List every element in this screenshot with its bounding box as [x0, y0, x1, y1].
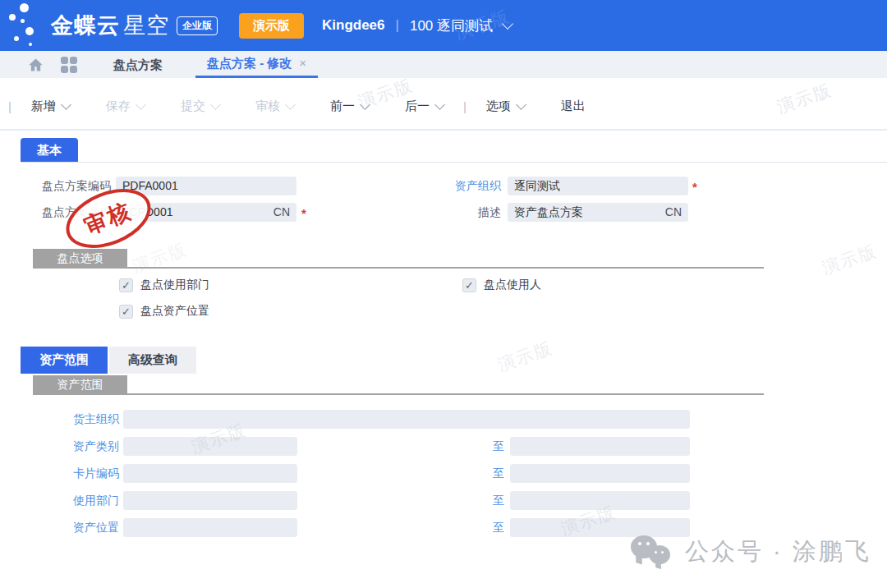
- chevron-down-icon: [360, 99, 370, 110]
- locale-suffix: CN: [273, 203, 290, 222]
- card-code-label[interactable]: 卡片编码: [0, 464, 119, 483]
- header-divider: |: [396, 17, 399, 34]
- asset-org-field[interactable]: 逐同测试: [508, 177, 688, 195]
- options-group-header: 盘点选项: [33, 249, 127, 268]
- asset-category-label[interactable]: 资产类别: [0, 437, 119, 456]
- brand-logo: 金蝶云 星空: [51, 11, 169, 40]
- tab-advanced-query[interactable]: 高级查询: [109, 347, 196, 374]
- options-group-line: [33, 267, 764, 269]
- chevron-down-icon: [502, 18, 513, 30]
- to-label: 至: [491, 491, 504, 510]
- chevron-down-icon: [136, 99, 146, 110]
- asset-category-to-field[interactable]: [510, 437, 690, 456]
- asset-location-label[interactable]: 资产位置: [0, 518, 119, 537]
- plan-code-label: 盘点方案编码: [0, 177, 111, 195]
- home-icon[interactable]: [27, 57, 44, 73]
- form-toolbar: | 新增 保存 提交 审核 前一 后一 | 选项: [0, 92, 887, 120]
- close-tab-icon[interactable]: ×: [299, 51, 306, 76]
- description-label: 描述: [384, 203, 501, 222]
- to-label: 至: [491, 518, 504, 537]
- chevron-down-icon: [516, 99, 526, 110]
- checkbox-count-use-dept[interactable]: ✓ 盘点使用部门: [119, 278, 209, 292]
- checkbox-checked-icon: ✓: [119, 278, 133, 292]
- required-asterisk: *: [692, 177, 697, 195]
- wechat-watermark: 公众号 · 涂鹏飞: [631, 534, 871, 570]
- toolbar-divider: |: [8, 99, 11, 113]
- card-code-from-field[interactable]: [123, 464, 297, 483]
- basic-tab-underline: [21, 162, 887, 163]
- range-tab-strip: 资产范围 高级查询: [21, 347, 196, 374]
- apps-grid-icon[interactable]: [61, 57, 77, 73]
- org-name: 100 逐同测试: [410, 16, 493, 35]
- chevron-down-icon: [285, 99, 296, 110]
- tab-asset-range[interactable]: 资产范围: [21, 347, 108, 374]
- plan-code-field[interactable]: PDFA0001: [116, 177, 296, 195]
- toolbar-divider: |: [463, 99, 466, 113]
- owner-org-label[interactable]: 货主组织: [0, 410, 119, 429]
- app-header: 金蝶云 星空 企业版 演示版 Kingdee6 | 100 逐同测试 演示版: [0, 0, 887, 51]
- asset-range-group-line: [33, 393, 764, 395]
- tab-plan-list[interactable]: 盘点方案: [102, 51, 174, 78]
- to-label: 至: [491, 464, 504, 483]
- kingdee-logo-dots-icon: [7, 2, 43, 49]
- asset-category-from-field[interactable]: [123, 437, 297, 456]
- demo-watermark: 演示版: [819, 240, 880, 280]
- demo-watermark: 演示版: [494, 337, 555, 377]
- checkbox-count-user[interactable]: ✓ 盘点使用人: [462, 278, 541, 292]
- use-dept-to-field[interactable]: [510, 491, 690, 510]
- checkbox-checked-icon: ✓: [119, 305, 133, 319]
- edition-badge: 企业版: [177, 16, 218, 35]
- previous-button[interactable]: 前一: [330, 99, 369, 114]
- exit-button[interactable]: 退出: [561, 99, 586, 114]
- use-dept-label[interactable]: 使用部门: [0, 491, 119, 510]
- asset-range-group-header: 资产范围: [33, 375, 127, 394]
- required-asterisk: *: [301, 203, 306, 222]
- use-dept-from-field[interactable]: [123, 491, 297, 510]
- brand-name-bold: 金蝶云: [51, 11, 120, 40]
- owner-org-field[interactable]: [123, 410, 690, 429]
- chevron-down-icon: [210, 99, 221, 110]
- to-label: 至: [491, 437, 504, 456]
- demo-version-badge: 演示版: [239, 13, 304, 39]
- account-org-switcher[interactable]: Kingdee6 | 100 逐同测试: [322, 16, 512, 35]
- kingdee-app-window: 金蝶云 星空 企业版 演示版 Kingdee6 | 100 逐同测试 演示版 盘…: [0, 0, 887, 588]
- tab-basic[interactable]: 基本: [21, 138, 78, 163]
- brand-name-light: 星空: [123, 11, 169, 40]
- locale-suffix: CN: [665, 203, 682, 222]
- tab-plan-edit[interactable]: 盘点方案 - 修改 ×: [195, 51, 318, 78]
- demo-watermark: 演示版: [129, 238, 190, 278]
- asset-location-from-field[interactable]: [123, 518, 297, 537]
- next-button[interactable]: 后一: [405, 99, 444, 114]
- asset-org-label[interactable]: 资产组织: [384, 177, 501, 195]
- wechat-account-text: 公众号 · 涂鹏飞: [685, 535, 871, 568]
- account-name: Kingdee6: [322, 17, 385, 34]
- document-tab-bar: 盘点方案 盘点方案 - 修改 ×: [0, 51, 887, 78]
- chevron-down-icon: [61, 99, 71, 110]
- submit-button: 提交: [181, 99, 219, 114]
- options-button[interactable]: 选项: [486, 99, 525, 114]
- card-code-to-field[interactable]: [510, 464, 690, 483]
- new-button[interactable]: 新增: [31, 99, 70, 114]
- checkbox-count-asset-location[interactable]: ✓ 盘点资产位置: [119, 304, 209, 319]
- description-field[interactable]: 资产盘点方案 CN: [508, 203, 688, 222]
- save-button: 保存: [106, 99, 145, 114]
- toolbar-separator-line: [0, 129, 887, 131]
- wechat-icon: [631, 534, 673, 570]
- checkbox-checked-icon: ✓: [462, 278, 476, 292]
- audit-button: 审核: [255, 99, 294, 114]
- chevron-down-icon: [434, 99, 445, 110]
